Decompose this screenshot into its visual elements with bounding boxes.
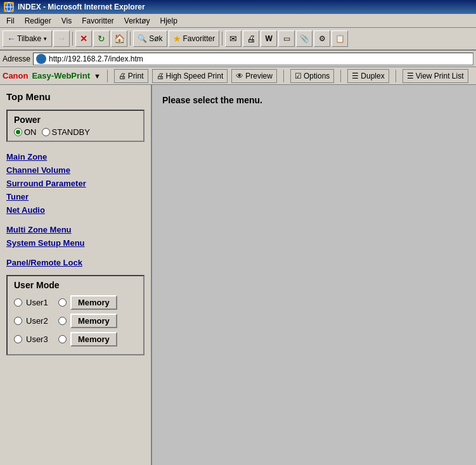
- canon-options-button[interactable]: ☑ Options: [290, 69, 334, 83]
- nav-section-3: Panel/Remote Lock: [6, 258, 145, 267]
- window-title: INDEX - Microsoft Internet Explorer: [18, 3, 145, 11]
- user1-radio[interactable]: [14, 298, 22, 307]
- main-content: Top Menu Power ON STANDBY Main Zone Chan…: [0, 85, 476, 465]
- back-arrow-icon: ←: [7, 34, 16, 44]
- nav-multi-zone-menu[interactable]: Multi Zone Menu: [6, 225, 145, 234]
- user2-memory-radio[interactable]: [58, 317, 67, 325]
- mail-button[interactable]: ✉: [225, 30, 241, 47]
- canon-vpl-icon: ☰: [407, 72, 414, 80]
- content-message: Please select the menu.: [162, 95, 466, 105]
- user3-memory-button[interactable]: Memory: [70, 332, 117, 347]
- misc-icon-3: ⚙: [319, 34, 326, 43]
- canon-preview-label: Preview: [245, 72, 273, 80]
- canon-duplex-button[interactable]: ☰ Duplex: [347, 69, 389, 83]
- star-icon: ★: [173, 34, 181, 44]
- canon-vpl-label: View Print List: [416, 72, 464, 80]
- misc-icon-2: 📎: [300, 34, 309, 43]
- back-group: ← Tilbake ▼: [3, 30, 52, 47]
- power-box: Power ON STANDBY: [6, 110, 145, 142]
- canon-options-label: Options: [304, 72, 330, 80]
- nav-main-zone[interactable]: Main Zone: [6, 152, 145, 162]
- address-bar: Adresse: [0, 51, 476, 67]
- user3-memory-radio[interactable]: [58, 335, 67, 343]
- nav-section: Main Zone Channel Volume Surround Parame…: [6, 152, 145, 215]
- menu-favoritter[interactable]: Favoritter: [78, 16, 118, 26]
- user2-memory-button[interactable]: Memory: [70, 314, 117, 328]
- canon-print-button[interactable]: 🖨 Print: [114, 69, 148, 83]
- nav-tuner[interactable]: Tuner: [6, 192, 145, 201]
- canon-bar-separator-4: [396, 70, 396, 82]
- nav-section-2: Multi Zone Menu System Setup Menu: [6, 225, 145, 248]
- nav-divider-1: [6, 220, 145, 225]
- nav-net-audio[interactable]: Net Audio: [6, 205, 145, 215]
- sidebar-title: Top Menu: [6, 91, 145, 102]
- address-input-wrap: [33, 53, 473, 65]
- edit-button[interactable]: W: [261, 30, 277, 47]
- canon-dropdown-arrow[interactable]: ▼: [94, 72, 101, 80]
- power-standby-label: STANDBY: [52, 127, 90, 137]
- misc-btn-2[interactable]: 📎: [296, 30, 312, 47]
- nav-divider-2: [6, 253, 145, 258]
- print-button[interactable]: 🖨: [243, 30, 259, 47]
- stop-button[interactable]: ✕: [75, 30, 92, 47]
- canon-high-speed-print-button[interactable]: 🖨 High Speed Print: [152, 69, 228, 83]
- canon-ewp-label: Easy-WebPrint: [32, 71, 90, 80]
- forward-button[interactable]: →: [53, 30, 70, 47]
- misc-btn-3[interactable]: ⚙: [314, 30, 330, 47]
- user1-memory-radio[interactable]: [58, 298, 67, 307]
- search-label: Søk: [149, 34, 162, 43]
- menu-fil[interactable]: Fil: [3, 16, 18, 26]
- canon-duplex-label: Duplex: [361, 72, 384, 80]
- canon-logo: Canon: [3, 71, 28, 80]
- power-on-radio-group: ON: [14, 127, 37, 137]
- user3-row: User3 Memory: [14, 332, 137, 347]
- canon-preview-icon: 👁: [236, 72, 243, 80]
- forward-icon: →: [57, 34, 66, 44]
- ie-icon: [4, 2, 14, 12]
- refresh-button[interactable]: ↻: [93, 30, 110, 47]
- nav-panel-remote-lock[interactable]: Panel/Remote Lock: [6, 258, 145, 267]
- globe-icon: [36, 54, 46, 64]
- canon-hsp-icon: 🖨: [157, 72, 164, 80]
- user2-row: User2 Memory: [14, 314, 137, 328]
- user1-memory-button[interactable]: Memory: [70, 295, 117, 310]
- toolbar: ← Tilbake ▼ → ✕ ↻ 🏠 🔍 Søk ★ Favoritter ✉…: [0, 28, 476, 51]
- canon-duplex-icon: ☰: [352, 72, 359, 80]
- nav-surround-parameter[interactable]: Surround Parameter: [6, 179, 145, 188]
- canon-preview-button[interactable]: 👁 Preview: [231, 69, 277, 83]
- content-area: Please select the menu.: [152, 85, 476, 465]
- nav-system-setup-menu[interactable]: System Setup Menu: [6, 238, 145, 248]
- user1-label: User1: [26, 298, 55, 307]
- toolbar-separator-1: [72, 32, 73, 46]
- menu-verktoy[interactable]: Verktøy: [120, 16, 154, 26]
- title-bar: INDEX - Microsoft Internet Explorer: [0, 0, 476, 14]
- user2-label: User2: [26, 316, 55, 326]
- user2-radio[interactable]: [14, 317, 22, 325]
- refresh-icon: ↻: [98, 34, 105, 44]
- back-button[interactable]: ← Tilbake ▼: [3, 30, 52, 47]
- menu-vis[interactable]: Vis: [58, 16, 75, 26]
- canon-bar-separator-3: [340, 70, 341, 82]
- misc-btn-1[interactable]: ▭: [278, 30, 295, 47]
- address-input[interactable]: [49, 54, 470, 63]
- user3-radio[interactable]: [14, 335, 22, 343]
- menu-bar: Fil Rediger Vis Favoritter Verktøy Hjelp: [0, 14, 476, 28]
- canon-bar: Canon Easy-WebPrint ▼ 🖨 Print 🖨 High Spe…: [0, 67, 476, 85]
- menu-rediger[interactable]: Rediger: [21, 16, 55, 26]
- menu-hjelp[interactable]: Hjelp: [157, 16, 181, 26]
- user3-label: User3: [26, 334, 55, 344]
- address-label: Adresse: [3, 54, 30, 63]
- search-button[interactable]: 🔍 Søk: [133, 30, 167, 47]
- power-on-radio[interactable]: [14, 128, 22, 136]
- misc-icon-4: 📋: [335, 34, 345, 43]
- power-on-label: ON: [24, 127, 37, 137]
- nav-channel-volume[interactable]: Channel Volume: [6, 165, 145, 175]
- misc-btn-4[interactable]: 📋: [331, 30, 348, 47]
- favorites-button[interactable]: ★ Favoritter: [169, 30, 220, 47]
- toolbar-separator-2: [130, 32, 131, 46]
- power-standby-radio[interactable]: [42, 128, 50, 136]
- user-mode-title: User Mode: [14, 280, 137, 290]
- home-button[interactable]: 🏠: [111, 30, 127, 47]
- canon-view-print-list-button[interactable]: ☰ View Print List: [402, 69, 468, 83]
- misc-icon-1: ▭: [283, 34, 290, 43]
